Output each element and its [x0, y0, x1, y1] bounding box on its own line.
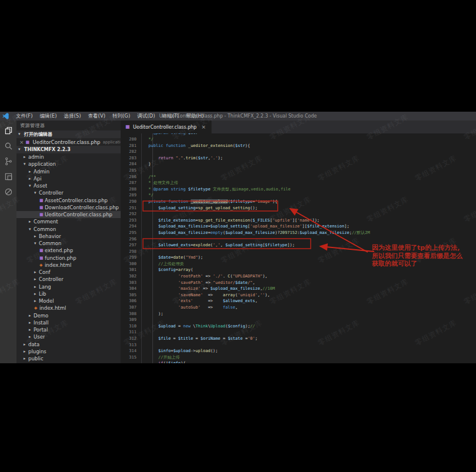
tree-item-function-php[interactable]: ■function.php [16, 255, 121, 262]
tree-item-label: DownloadController.class.php [45, 205, 119, 210]
tree-item-lib[interactable]: ▸Lib [16, 290, 121, 297]
tree-item-controller[interactable]: ▸Controller [16, 276, 121, 283]
code-line-partial: if(!$info){ [121, 360, 476, 363]
activity-bar [0, 120, 16, 363]
code-line-315: 315 //开始上传 [121, 354, 476, 361]
line-number: 293 [121, 217, 137, 224]
line-number: 285 [121, 168, 137, 174]
line-number: 287 [121, 180, 137, 186]
php-file-icon: ■ [39, 248, 45, 253]
code-line-287: 287 * 处理文件上传 [121, 180, 476, 186]
code-line-304: 304 'maxSize' => $upload_max_filesize,//… [121, 286, 476, 292]
code-line-311: 311 [121, 329, 476, 336]
tree-item-admin[interactable]: ▸admin [16, 153, 121, 160]
tab-ueditorcontroller[interactable]: ■ UeditorController.class.php × [121, 120, 212, 133]
line-number: 296 [121, 236, 137, 243]
chevron-right-icon: ▸ [29, 313, 34, 318]
tree-item-ueditorcontroller-class-php[interactable]: ■UeditorController.class.php [16, 211, 121, 218]
code-line-293: 293 $file_extension=sp_get_file_extensio… [121, 217, 476, 224]
line-number: 297 [121, 242, 137, 249]
search-icon[interactable] [3, 140, 14, 151]
tree-item-asset[interactable]: ▾Asset [16, 182, 121, 189]
tree-item-controller[interactable]: ▾Controller [16, 189, 121, 196]
tree-item-lang[interactable]: ▸Lang [16, 283, 121, 290]
tree-item-behavior[interactable]: ▸Behavior [16, 233, 121, 240]
code-line-283: 283 return ".".trim($str,'.'); [121, 155, 476, 162]
source-control-icon[interactable] [3, 156, 14, 166]
project-section-header[interactable]: ▾ THINKCMFX 2.2.3 [16, 146, 121, 153]
tree-item-assetcontroller-class-php[interactable]: ■AssetController.class.php [16, 197, 121, 204]
html-file-icon: ◈ [39, 263, 45, 267]
line-number: 307 [121, 304, 137, 311]
open-editor-item[interactable]: × ■ UeditorController.class.php applicat… [16, 138, 121, 146]
tree-item-common[interactable]: ▾Common [16, 240, 121, 247]
tree-item-label: Portal [34, 327, 48, 333]
tree-item-conf[interactable]: ▸Conf [16, 269, 121, 276]
tab-close-icon[interactable]: × [201, 124, 206, 130]
code-line-291: 291 $upload_setting=sp_get_upload_settin… [121, 205, 476, 212]
chevron-right-icon: ▸ [34, 234, 39, 239]
explorer-header: 资源管理器 [16, 120, 121, 130]
code-line-302: 302 'rootPath' => './'. C("UPLOADPATH"), [121, 273, 476, 280]
php-file-icon: ■ [26, 140, 31, 145]
menu-item-0[interactable]: 文件(F) [12, 113, 36, 120]
menu-item-3[interactable]: 查看(V) [85, 113, 109, 120]
tree-item-comment[interactable]: ▸Comment [16, 218, 121, 225]
tree-item-index-html[interactable]: ◈index.html [16, 304, 121, 312]
tree-item-api[interactable]: ▸Api [16, 175, 121, 182]
tab-label: UeditorController.class.php [133, 125, 197, 130]
tree-item-user[interactable]: ▸User [16, 333, 121, 340]
tree-item-portal[interactable]: ▸Portal [16, 326, 121, 333]
tree-item-install[interactable]: ▸Install [16, 319, 121, 326]
line-number [121, 360, 137, 363]
tree-item-common[interactable]: ▾Common [16, 226, 121, 233]
tree-item-data[interactable]: ▸data [16, 341, 121, 348]
line-number: 286 [121, 174, 137, 180]
code-line-286: 286 /** [121, 174, 476, 180]
code-line-301: 301 $config=array( [121, 267, 476, 273]
menu-item-2[interactable]: 选择(S) [61, 113, 85, 120]
tree-item-downloadcontroller-class-php[interactable]: ■DownloadController.class.php [16, 204, 121, 211]
file-tree: ▸admin▾application▸Admin▸Api▾Asset▾Contr… [16, 153, 121, 362]
tree-item-model[interactable]: ▸Model [16, 297, 121, 304]
window-title: UeditorController.class.php - ThinkCMFX_… [159, 113, 317, 119]
tree-item-public[interactable]: ▸public [16, 355, 121, 362]
code-line-281: 281 public function _ueditor_extension($… [121, 143, 476, 149]
tree-item-admin[interactable]: ▸Admin [16, 168, 121, 175]
line-number: 301 [121, 267, 137, 273]
tree-item-label: User [34, 334, 45, 340]
line-number: 313 [121, 342, 137, 349]
tree-item-label: Asset [34, 183, 47, 189]
code-line-290: 290 private function _ueditor_upload($fi… [121, 199, 476, 205]
menu-item-1[interactable]: 编辑(E) [36, 113, 61, 120]
line-number: 304 [121, 286, 137, 292]
close-icon[interactable]: × [19, 139, 24, 145]
extensions-icon[interactable] [3, 171, 14, 182]
line-number: 306 [121, 298, 137, 304]
menu-item-4[interactable]: 转到(G) [109, 113, 134, 120]
html-file-icon: ◈ [34, 306, 39, 310]
line-number: 305 [121, 292, 137, 299]
code-line-312: 312 $file = $title = $oriName = $state =… [121, 336, 476, 342]
tree-item-label: Comment [34, 219, 58, 225]
menu-item-5[interactable]: 调试(D) [134, 113, 158, 120]
tree-item-label: function.php [45, 255, 76, 261]
open-editors-section-header[interactable]: ▾ 打开的编辑器 [16, 130, 121, 138]
tree-item-demo[interactable]: ▸Demo [16, 312, 121, 319]
explorer-icon[interactable] [3, 125, 14, 136]
tree-item-extend-php[interactable]: ■extend.php [16, 247, 121, 254]
tree-item-label: Common [39, 240, 61, 246]
tree-item-index-html[interactable]: ◈index.html [16, 262, 121, 269]
chevron-right-icon: ▸ [24, 349, 28, 354]
tree-item-application[interactable]: ▾application [16, 160, 121, 168]
screenshot-canvas: { "title_bar": { "title": "UeditorContro… [0, 0, 476, 472]
tree-item-label: Behavior [39, 233, 61, 239]
debug-icon[interactable] [3, 186, 14, 197]
tab-bar: ■ UeditorController.class.php × [121, 120, 476, 133]
line-number: 315 [121, 354, 137, 361]
code-line-314: 314 $info=$upload->upload(); [121, 348, 476, 354]
tree-item-plugins[interactable]: ▸plugins [16, 348, 121, 355]
tree-item-label: Conf [39, 269, 51, 275]
title-bar: 文件(F)编辑(E)选择(S)查看(V)转到(G)调试(D)终端(T)帮助(H)… [0, 112, 476, 120]
tree-item-label: Api [34, 176, 42, 182]
